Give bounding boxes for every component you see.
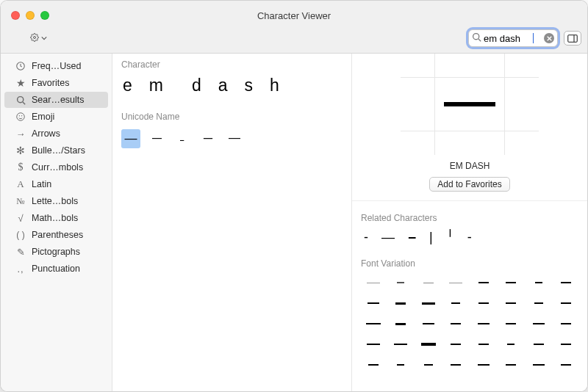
- sidebar-item[interactable]: →Arrows: [4, 126, 108, 142]
- font-variant-cell[interactable]: [390, 336, 412, 352]
- query-glyph[interactable]: d: [192, 76, 202, 95]
- font-variant-cell[interactable]: [417, 357, 440, 373]
- font-variant-cell[interactable]: [501, 336, 523, 352]
- font-variant-cell[interactable]: [417, 295, 440, 311]
- query-glyph[interactable]: h: [270, 76, 280, 95]
- related-character[interactable]: —: [381, 230, 395, 245]
- sidebar-item[interactable]: ✻Bulle…/Stars: [4, 142, 108, 159]
- results-pane: Character emdash Unicode Name —⸺﹘─⸻: [112, 54, 352, 391]
- search-field[interactable]: [468, 29, 558, 47]
- paren-icon: ( ): [15, 229, 26, 241]
- punct-icon: .,: [15, 263, 26, 275]
- sidebar-item[interactable]: .,Punctuation: [4, 261, 108, 277]
- font-variant-cell[interactable]: [390, 275, 412, 291]
- font-variant-cell[interactable]: [501, 295, 523, 311]
- sidebar-item[interactable]: ALatin: [4, 176, 108, 192]
- unicode-result-item[interactable]: —: [121, 129, 140, 148]
- related-character[interactable]: -: [467, 230, 472, 245]
- star-icon: ★: [15, 77, 26, 89]
- window-controls: [11, 11, 49, 20]
- toggle-detail-panel-button[interactable]: [564, 31, 581, 46]
- sidebar-item[interactable]: ★Favorites: [4, 75, 108, 91]
- svg-point-11: [19, 116, 20, 117]
- sidebar-item[interactable]: Sear…esults: [4, 92, 108, 108]
- sidebar-item[interactable]: √Math…bols: [4, 210, 108, 226]
- clear-search-button[interactable]: [544, 33, 554, 43]
- query-glyph[interactable]: m: [149, 76, 164, 95]
- font-variant-cell[interactable]: [445, 336, 467, 352]
- glyph-preview[interactable]: [418, 64, 521, 145]
- font-variant-cell[interactable]: [390, 357, 412, 373]
- unicode-result-item[interactable]: ⸻: [224, 129, 243, 148]
- add-to-favorites-button[interactable]: Add to Favorites: [429, 177, 509, 192]
- asterisk-icon: ✻: [15, 145, 26, 156]
- query-glyph[interactable]: a: [218, 76, 229, 95]
- font-variant-cell[interactable]: [528, 316, 550, 332]
- font-variant-cell[interactable]: [501, 357, 523, 373]
- sidebar-item-label: Sear…esults: [32, 95, 85, 105]
- sidebar-item[interactable]: Freq…Used: [4, 58, 108, 74]
- font-variant-cell[interactable]: [445, 316, 467, 332]
- window-title: Character Viewer: [1, 1, 587, 21]
- query-glyph[interactable]: s: [245, 76, 254, 95]
- font-variant-cell[interactable]: [556, 275, 578, 291]
- zoom-window-button[interactable]: [40, 11, 49, 20]
- font-variant-cell[interactable]: [473, 275, 495, 291]
- sidebar-item[interactable]: $Curr…mbols: [4, 159, 108, 175]
- sidebar-item[interactable]: ✎Pictographs: [4, 244, 108, 260]
- font-variant-cell[interactable]: [556, 336, 578, 352]
- font-variant-cell[interactable]: [417, 316, 440, 332]
- font-variant-cell[interactable]: [501, 275, 523, 291]
- unicode-section-heading: Unicode Name: [112, 106, 351, 126]
- query-glyph[interactable]: e: [123, 76, 133, 95]
- font-variant-cell[interactable]: [528, 336, 550, 352]
- search-input[interactable]: [481, 33, 533, 44]
- close-window-button[interactable]: [11, 11, 20, 20]
- font-variant-cell[interactable]: [528, 275, 550, 291]
- sidebar-item[interactable]: ( )Parentheses: [4, 227, 108, 243]
- font-variant-cell[interactable]: [445, 275, 467, 291]
- font-variant-cell[interactable]: [556, 295, 578, 311]
- search-icon: [472, 32, 481, 45]
- related-character[interactable]: -: [364, 230, 368, 245]
- sidebar-item-label: Lette…bols: [32, 196, 78, 206]
- font-variant-cell[interactable]: [528, 295, 550, 311]
- unicode-result-item[interactable]: ─: [198, 129, 218, 148]
- pencil-icon: ✎: [15, 246, 26, 258]
- unicode-result-item[interactable]: ⸺: [147, 129, 166, 148]
- chevron-down-icon: [41, 33, 47, 43]
- font-variant-cell[interactable]: [445, 295, 467, 311]
- font-variant-cell[interactable]: [362, 336, 384, 352]
- font-variant-cell[interactable]: [528, 357, 550, 373]
- font-variant-cell[interactable]: [417, 275, 440, 291]
- related-character[interactable]: ╵: [446, 229, 454, 245]
- sidebar-item[interactable]: №Lette…bols: [4, 193, 108, 209]
- sidebar-item-label: Freq…Used: [32, 61, 81, 71]
- font-variant-cell[interactable]: [473, 316, 495, 332]
- font-variant-cell[interactable]: [362, 316, 384, 332]
- related-character[interactable]: |: [429, 230, 433, 245]
- action-menu-button[interactable]: [30, 33, 47, 44]
- font-variation-grid: [352, 272, 587, 380]
- font-variant-cell[interactable]: [556, 316, 578, 332]
- svg-point-1: [473, 34, 479, 40]
- font-variant-cell[interactable]: [417, 336, 440, 352]
- font-variant-cell[interactable]: [362, 357, 384, 373]
- sidebar-item[interactable]: Emoji: [4, 109, 108, 125]
- root-icon: √: [15, 212, 26, 224]
- character-section-heading: Character: [112, 54, 351, 74]
- font-variant-cell[interactable]: [473, 357, 495, 373]
- font-variant-cell[interactable]: [390, 316, 412, 332]
- font-variant-cell[interactable]: [473, 336, 495, 352]
- unicode-result-item[interactable]: ﹘: [173, 129, 192, 148]
- font-variant-cell[interactable]: [445, 357, 467, 373]
- related-character[interactable]: ‒: [408, 229, 416, 245]
- font-variant-cell[interactable]: [362, 275, 384, 291]
- font-variant-cell[interactable]: [556, 357, 578, 373]
- font-variant-cell[interactable]: [473, 295, 495, 311]
- minimize-window-button[interactable]: [26, 11, 35, 20]
- font-variant-cell[interactable]: [501, 316, 523, 332]
- font-variant-cell[interactable]: [362, 295, 384, 311]
- sidebar-item-label: Curr…mbols: [32, 162, 83, 173]
- font-variant-cell[interactable]: [390, 295, 412, 311]
